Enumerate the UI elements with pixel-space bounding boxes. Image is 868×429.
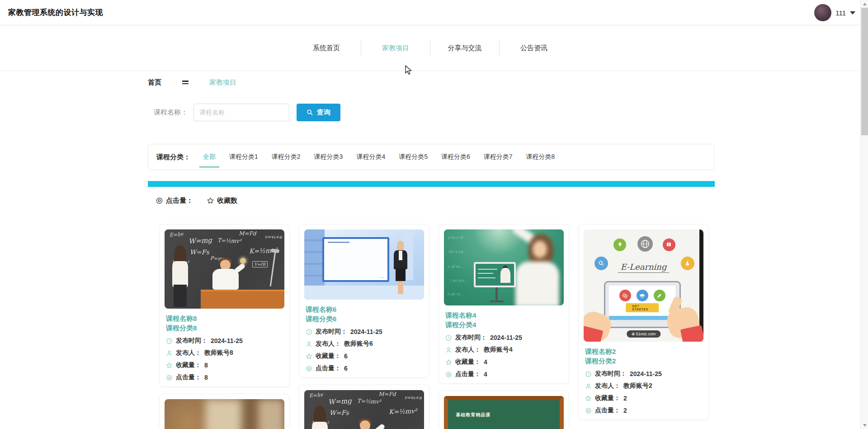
scroll-down-icon	[863, 424, 867, 427]
clicks-label: 点击量：	[455, 370, 481, 378]
course-category[interactable]: 课程分类6	[304, 314, 424, 324]
breadcrumb-home[interactable]: 首页	[148, 78, 161, 87]
category-option-8[interactable]: 课程分类8	[525, 152, 556, 162]
nav-item-home[interactable]: 系统首页	[292, 42, 361, 54]
scrollbar-up-button[interactable]	[861, 0, 868, 8]
chalk-formula: v=v₀+a	[405, 395, 422, 400]
chalk-formula: M=Fd	[378, 391, 396, 397]
clock-icon	[166, 338, 173, 344]
course-publisher: 发布人：教师账号2	[584, 382, 703, 390]
scrollbar-thumb[interactable]	[861, 8, 868, 135]
category-option-3[interactable]: 课程分类3	[313, 152, 344, 162]
course-category[interactable]: 课程分类8	[165, 323, 284, 333]
category-option-5[interactable]: 课程分类5	[398, 152, 429, 162]
course-card-2[interactable]: E-Learning	[578, 224, 709, 420]
nav-item-tutoring-projects[interactable]: 家教项目	[361, 42, 430, 54]
course-card-8[interactable]: E=hv W=mg W=Fs T=½mv² M=Fd v=v₀+a K=½mv²…	[159, 224, 290, 387]
course-title[interactable]: 课程名称6	[304, 305, 424, 314]
course-favorites: 收藏量：6	[304, 352, 424, 360]
search-icon	[307, 109, 313, 116]
publisher-label: 发布人：	[176, 349, 201, 357]
eye-icon	[166, 374, 173, 381]
star-icon	[306, 353, 312, 360]
course-publish-time: 发布时间：2024-11-25	[304, 328, 424, 336]
book-badge-icon	[663, 238, 675, 251]
course-favorites: 收藏量：8	[165, 361, 284, 369]
nav-item-share-exchange[interactable]: 分享与交流	[430, 42, 499, 54]
course-card-partial-chalkboard[interactable]: E=hv W=mg W=Fs T=½mv² M=Fd v=v₀+a K=½mv²…	[299, 385, 429, 429]
chalk-formula: T=½mv²	[357, 398, 381, 405]
clock-icon	[445, 334, 452, 341]
figure-boy	[210, 260, 241, 295]
grid-column-3: a+b=c th… dm k pq… x all wr… t sw yes… h…	[439, 224, 569, 429]
atom-app-icon	[619, 290, 631, 301]
tripod-shape	[495, 287, 498, 303]
course-card-4[interactable]: a+b=c th… dm k pq… x all wr… t sw yes… h…	[439, 224, 569, 384]
course-category[interactable]: 课程分类2	[584, 356, 703, 366]
category-filter: 课程分类： 全部 课程分类1 课程分类2 课程分类3 课程分类4 课程分类5 课…	[148, 144, 715, 170]
category-option-2[interactable]: 课程分类2	[271, 152, 302, 162]
chalk-scribble: t sw yes…	[450, 278, 469, 283]
favorites-value: 4	[484, 358, 487, 366]
sort-by-clicks[interactable]: 点击量：	[156, 196, 193, 205]
avatar[interactable]	[814, 4, 831, 21]
search-button[interactable]: 查询	[297, 104, 340, 121]
breadcrumb-separator-icon	[182, 79, 189, 86]
user-menu[interactable]: 111	[814, 0, 855, 25]
publish-time-value: 2024-11-25	[350, 328, 382, 335]
category-option-all[interactable]: 全部	[202, 152, 217, 162]
tablet-app-icons	[609, 290, 675, 301]
course-clicks: 点击量：4	[444, 370, 564, 378]
sort-by-favorites[interactable]: 收藏数	[207, 196, 237, 205]
course-card-partial-room[interactable]	[159, 394, 290, 429]
eye-icon	[585, 407, 592, 414]
course-grid: E=hv W=mg W=Fs T=½mv² M=Fd v=v₀+a K=½mv²…	[159, 224, 709, 429]
lesson-tag: 基础教育精品课	[456, 412, 491, 418]
nav-item-announcements[interactable]: 公告资讯	[500, 42, 568, 54]
get-started-button: GET STARTED	[626, 303, 659, 312]
clicks-value: 6	[344, 365, 348, 372]
star-icon	[166, 362, 173, 369]
course-card-partial-lesson[interactable]: 基础教育精品课 线段直线射线角（第一课时）	[439, 391, 569, 429]
watermark-badge: ⊕ 51miz.com	[627, 330, 661, 338]
chalk-formula: W=mg	[328, 396, 352, 406]
search-input[interactable]	[193, 104, 289, 121]
publish-time-label: 发布时间：	[316, 328, 347, 336]
course-category[interactable]: 课程分类4	[444, 320, 564, 329]
category-option-7[interactable]: 课程分类7	[483, 152, 514, 162]
publish-time-label: 发布时间：	[176, 337, 208, 345]
eye-icon	[445, 371, 452, 378]
category-filter-label: 课程分类：	[156, 153, 190, 162]
favorites-label: 收藏量：	[176, 361, 201, 369]
graduation-cap-app-icon	[637, 290, 648, 301]
course-publisher: 发布人：教师账号8	[165, 349, 284, 357]
publisher-value: 教师账号8	[204, 349, 233, 357]
lamp-shape	[270, 252, 276, 286]
favorites-label: 收藏量：	[595, 394, 620, 402]
favorites-value: 6	[344, 353, 348, 360]
elearning-title: E-Learning	[618, 262, 670, 273]
username[interactable]: 111	[835, 9, 846, 17]
chalk-formula: v=v₀+a	[265, 234, 282, 239]
course-title[interactable]: 课程名称8	[165, 314, 284, 323]
course-favorites: 收藏量：2	[584, 394, 703, 402]
breadcrumb-current[interactable]: 家教项目	[209, 78, 236, 87]
figure-girl	[170, 245, 189, 307]
chalk-formula: V=IR	[252, 261, 268, 267]
page-title: 家教管理系统的设计与实现	[8, 7, 103, 18]
category-option-4[interactable]: 课程分类4	[355, 152, 386, 162]
category-option-6[interactable]: 课程分类6	[440, 152, 471, 162]
course-image-room	[165, 399, 284, 429]
course-title[interactable]: 课程名称4	[444, 310, 564, 320]
scrollbar-down-button[interactable]	[861, 421, 868, 429]
course-image-lesson-board: 基础教育精品课 线段直线射线角（第一课时）	[444, 396, 564, 429]
whiteboard-dots: ...	[378, 274, 385, 279]
figure-presenter	[393, 241, 408, 294]
course-card-6[interactable]: ... 课程名称6 课程分类6 发布时间：2024-11-25 发布人：教师账号…	[299, 224, 429, 378]
course-title[interactable]: 课程名称2	[584, 347, 703, 356]
category-option-1[interactable]: 课程分类1	[228, 152, 259, 162]
star-icon	[585, 395, 592, 402]
scrollbar	[860, 0, 868, 429]
main-nav: 系统首页 家教项目 分享与交流 公告资讯	[0, 26, 860, 71]
chalk-formula: W=mg	[189, 236, 212, 245]
